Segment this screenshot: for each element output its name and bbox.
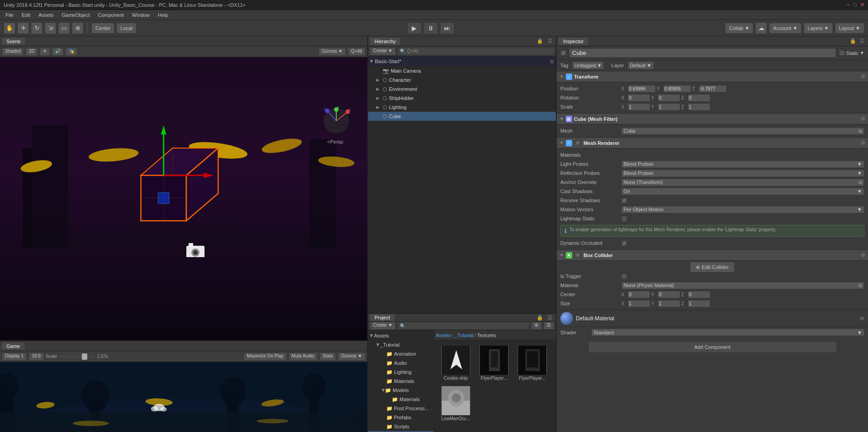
- add-component-button[interactable]: Add Component: [588, 341, 837, 353]
- obj-active-checkbox[interactable]: ✓: [560, 50, 566, 56]
- hierarchy-item-cube[interactable]: ⬡ Cube: [368, 112, 556, 121]
- boxcollider-header[interactable]: ▼ ■ ✓ Box Collider ⚙: [557, 250, 868, 261]
- rot-x-field[interactable]: [628, 94, 650, 102]
- scale-tool[interactable]: ⇲: [45, 22, 56, 34]
- fx-btn[interactable]: 🎭: [65, 48, 77, 56]
- size-x-field[interactable]: [628, 300, 650, 308]
- scale-z-field[interactable]: [688, 103, 710, 111]
- tab-scene[interactable]: Scene: [2, 38, 25, 45]
- transform-tool[interactable]: ⊕: [72, 22, 84, 34]
- close-btn[interactable]: ✕: [860, 2, 864, 8]
- pos-x-field[interactable]: [628, 85, 656, 93]
- meshrenderer-checkbox[interactable]: ✓: [575, 140, 581, 146]
- stats-btn[interactable]: Stats: [319, 353, 336, 361]
- meshfilter-header[interactable]: ▼ ▦ Cube (Mesh Filter) ⚙: [557, 114, 868, 124]
- scene-search[interactable]: Q+All: [348, 48, 365, 56]
- center-z-field[interactable]: [688, 291, 710, 298]
- collider-material-dropdown[interactable]: None (Physic Material) ⊙: [621, 282, 864, 289]
- tree-animation[interactable]: 📁 Animation: [368, 349, 434, 358]
- breadcrumb-assets[interactable]: Assets: [436, 333, 451, 338]
- menu-component[interactable]: Component: [94, 11, 127, 19]
- project-more2-btn[interactable]: ☰: [544, 322, 554, 330]
- tree-post[interactable]: 📁 Post Processi...: [368, 404, 434, 413]
- maximize-btn[interactable]: □: [853, 2, 857, 8]
- istrigger-checkbox[interactable]: [621, 273, 627, 279]
- receiveshadows-checkbox[interactable]: ✓: [621, 198, 627, 204]
- project-more-icon[interactable]: ☰: [546, 315, 554, 321]
- game-viewport[interactable]: [0, 362, 367, 432]
- rect-tool[interactable]: ▭: [58, 22, 70, 34]
- tab-inspector[interactable]: Inspector: [559, 38, 588, 45]
- hierarchy-search[interactable]: 🔍 Q+All: [398, 47, 554, 55]
- hierarchy-item-camera[interactable]: 📷 Main Camera: [368, 66, 556, 75]
- size-y-field[interactable]: [658, 300, 680, 308]
- meshrenderer-header[interactable]: ▼ ✓ ✓ Mesh Renderer ⚙: [557, 138, 868, 149]
- hand-tool[interactable]: ✋: [4, 22, 15, 34]
- anchor-pick-icon[interactable]: ⊙: [858, 180, 862, 185]
- menu-window[interactable]: Window: [128, 11, 153, 19]
- project-options-btn[interactable]: ⚙: [531, 322, 542, 330]
- hierarchy-create-btn[interactable]: Create ▼: [370, 47, 396, 55]
- asset-flyer2[interactable]: FlyerPlayer...: [514, 344, 550, 382]
- project-lock-icon[interactable]: 🔒: [535, 315, 545, 321]
- collider-material-pick[interactable]: ⊙: [858, 283, 862, 288]
- hierarchy-item-lighting[interactable]: ▶ ⬡ Lighting: [368, 103, 556, 112]
- rot-z-field[interactable]: [688, 94, 710, 102]
- menu-help[interactable]: Help: [154, 11, 172, 19]
- 2d-btn[interactable]: 2D: [25, 48, 38, 56]
- breadcrumb-tutorial[interactable]: _Tutorial: [454, 333, 474, 338]
- project-create-btn[interactable]: Create ▼: [370, 322, 396, 330]
- tag-dropdown[interactable]: Untagged ▼: [572, 61, 604, 70]
- boxcollider-checkbox[interactable]: ✓: [575, 252, 581, 258]
- display-btn[interactable]: Display 1: [2, 353, 27, 361]
- aspect-ratio-btn[interactable]: 16:9: [29, 353, 44, 361]
- tree-materials[interactable]: 📁 Materials: [368, 377, 434, 386]
- pivot-mode-btn[interactable]: Center: [91, 23, 115, 34]
- tree-scripts[interactable]: 📁 Scripts: [368, 422, 434, 431]
- reflprobes-dropdown[interactable]: Blend Probes ▼: [621, 169, 864, 177]
- asset-cookie-ship[interactable]: Cookie-ship: [438, 344, 474, 382]
- move-tool[interactable]: ✛: [17, 22, 29, 34]
- tab-game[interactable]: Game: [2, 343, 25, 350]
- tab-project[interactable]: Project: [370, 314, 394, 321]
- asset-flyer1[interactable]: FlyerPlayer...: [476, 344, 512, 382]
- scale-slider[interactable]: [59, 355, 95, 358]
- scene-options[interactable]: ☰: [550, 59, 554, 64]
- layout-btn[interactable]: Layout ▼: [835, 23, 864, 34]
- tree-audio[interactable]: 📁 Audio: [368, 358, 434, 367]
- scene-root[interactable]: ▶ Basic-Start* ☰: [368, 56, 556, 66]
- tree-lighting[interactable]: 📁 Lighting: [368, 367, 434, 377]
- lightmapstatic-checkbox[interactable]: [621, 216, 627, 222]
- meshfilter-settings-icon[interactable]: ⚙: [861, 116, 865, 122]
- asset-lowmanocc[interactable]: LowManOcc...: [438, 384, 474, 423]
- menu-assets[interactable]: Assets: [35, 11, 57, 19]
- size-z-field[interactable]: [688, 300, 710, 308]
- cloud-btn[interactable]: ☁: [755, 22, 767, 34]
- pivot-space-btn[interactable]: Local: [116, 23, 136, 34]
- hierarchy-more-icon[interactable]: ☰: [546, 38, 554, 44]
- layer-dropdown[interactable]: Default ▼: [628, 61, 654, 70]
- motionvectors-dropdown[interactable]: Per Object Motion ▼: [621, 206, 864, 214]
- edit-collider-btn[interactable]: ⊕ Edit Collider: [690, 262, 734, 273]
- mesh-dropdown[interactable]: Cube ⊙: [621, 127, 864, 135]
- anchor-dropdown[interactable]: None (Transform) ⊙: [621, 179, 864, 186]
- hierarchy-item-character[interactable]: ▶ ⬡ Character: [368, 75, 556, 84]
- transform-settings-icon[interactable]: ⚙: [861, 74, 865, 79]
- shaded-btn[interactable]: Shaded: [2, 48, 24, 56]
- obj-name-field[interactable]: Cube: [569, 48, 836, 58]
- minimize-btn[interactable]: ─: [847, 2, 850, 8]
- lighting-btn[interactable]: ☀: [40, 48, 50, 56]
- audio-btn[interactable]: 🔊: [52, 48, 64, 56]
- static-checkbox[interactable]: [839, 50, 845, 56]
- step-button[interactable]: ⏭: [440, 22, 454, 34]
- tree-assets[interactable]: ▶ Assets: [368, 331, 434, 340]
- layers-btn[interactable]: Layers ▼: [803, 23, 833, 34]
- rot-y-field[interactable]: [658, 94, 680, 102]
- game-gizmos-btn[interactable]: Gizmos ▼: [338, 353, 365, 361]
- maximize-on-play-btn[interactable]: Maximize On Play: [244, 353, 287, 361]
- shader-dropdown[interactable]: Standard ▼: [591, 328, 864, 336]
- tree-prefabs[interactable]: 📁 Prefabs: [368, 413, 434, 422]
- pos-z-field[interactable]: [698, 85, 727, 93]
- inspector-lock-icon[interactable]: 🔒: [848, 38, 858, 44]
- center-y-field[interactable]: [658, 291, 680, 298]
